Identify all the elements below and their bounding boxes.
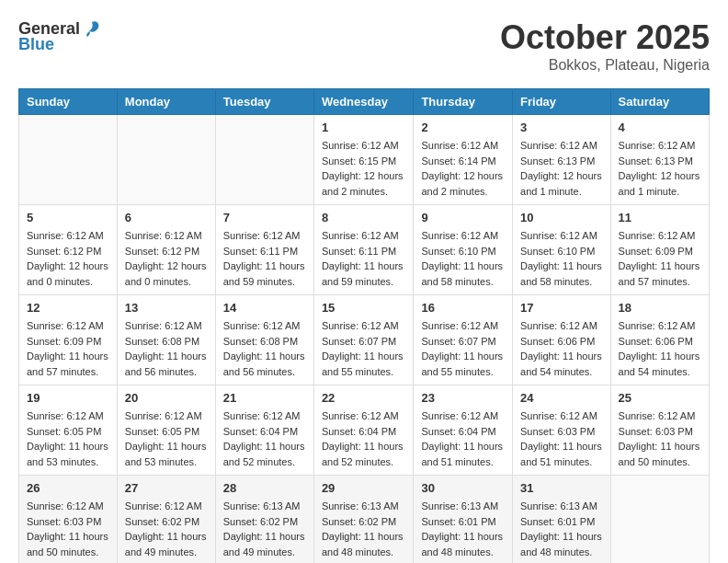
day-number: 12	[27, 301, 109, 315]
sunset-info: Sunset: 6:01 PM	[421, 516, 495, 527]
sunrise-info: Sunrise: 6:12 AM	[421, 320, 498, 331]
daylight-info: Daylight: 11 hours and 50 minutes.	[619, 441, 700, 467]
calendar-day-cell	[215, 115, 313, 205]
day-info: Sunrise: 6:12 AMSunset: 6:06 PMDaylight:…	[520, 318, 603, 379]
day-info: Sunrise: 6:12 AMSunset: 6:11 PMDaylight:…	[322, 228, 406, 289]
calendar-day-cell: 17Sunrise: 6:12 AMSunset: 6:06 PMDayligh…	[513, 295, 611, 385]
sunrise-info: Sunrise: 6:12 AM	[421, 140, 498, 151]
sunset-info: Sunset: 6:06 PM	[520, 336, 595, 347]
logo-bird-icon	[82, 18, 102, 39]
calendar-day-cell: 8Sunrise: 6:12 AMSunset: 6:11 PMDaylight…	[313, 205, 414, 295]
daylight-info: Daylight: 12 hours and 2 minutes.	[322, 170, 404, 197]
calendar-day-header: Wednesday	[313, 89, 414, 115]
daylight-info: Daylight: 11 hours and 56 minutes.	[125, 350, 207, 377]
calendar-day-cell: 16Sunrise: 6:12 AMSunset: 6:07 PMDayligh…	[414, 295, 513, 385]
calendar-day-cell: 20Sunrise: 6:12 AMSunset: 6:05 PMDayligh…	[117, 385, 215, 476]
daylight-info: Daylight: 11 hours and 48 minutes.	[322, 531, 404, 557]
calendar-day-cell: 30Sunrise: 6:13 AMSunset: 6:01 PMDayligh…	[414, 476, 513, 564]
calendar-day-cell: 5Sunrise: 6:12 AMSunset: 6:12 PMDaylight…	[19, 205, 118, 295]
day-number: 30	[421, 481, 505, 495]
sunrise-info: Sunrise: 6:12 AM	[520, 230, 597, 241]
daylight-info: Daylight: 11 hours and 53 minutes.	[27, 441, 108, 467]
sunrise-info: Sunrise: 6:12 AM	[520, 140, 597, 151]
daylight-info: Daylight: 11 hours and 49 minutes.	[223, 531, 305, 557]
sunset-info: Sunset: 6:14 PM	[421, 155, 495, 167]
sunset-info: Sunset: 6:08 PM	[125, 336, 199, 347]
sunrise-info: Sunrise: 6:12 AM	[125, 500, 202, 511]
calendar-week-row: 12Sunrise: 6:12 AMSunset: 6:09 PMDayligh…	[19, 295, 710, 385]
day-info: Sunrise: 6:12 AMSunset: 6:13 PMDaylight:…	[619, 138, 701, 199]
day-number: 31	[520, 481, 603, 495]
calendar-day-cell: 12Sunrise: 6:12 AMSunset: 6:09 PMDayligh…	[19, 295, 118, 385]
daylight-info: Daylight: 11 hours and 53 minutes.	[125, 441, 207, 467]
sunrise-info: Sunrise: 6:12 AM	[125, 320, 202, 331]
sunrise-info: Sunrise: 6:12 AM	[27, 320, 104, 331]
calendar-day-cell: 14Sunrise: 6:12 AMSunset: 6:08 PMDayligh…	[215, 295, 313, 385]
sunrise-info: Sunrise: 6:12 AM	[619, 410, 696, 421]
day-info: Sunrise: 6:13 AMSunset: 6:01 PMDaylight:…	[520, 499, 603, 559]
sunset-info: Sunset: 6:04 PM	[322, 426, 396, 437]
daylight-info: Daylight: 11 hours and 56 minutes.	[223, 350, 305, 377]
calendar-day-cell: 4Sunrise: 6:12 AMSunset: 6:13 PMDaylight…	[610, 115, 709, 205]
sunset-info: Sunset: 6:03 PM	[619, 426, 693, 437]
sunset-info: Sunset: 6:11 PM	[223, 246, 298, 257]
calendar-day-cell: 31Sunrise: 6:13 AMSunset: 6:01 PMDayligh…	[513, 476, 611, 564]
sunrise-info: Sunrise: 6:12 AM	[223, 410, 301, 421]
calendar-day-cell: 22Sunrise: 6:12 AMSunset: 6:04 PMDayligh…	[313, 385, 414, 476]
day-info: Sunrise: 6:12 AMSunset: 6:09 PMDaylight:…	[27, 318, 109, 379]
sunset-info: Sunset: 6:07 PM	[421, 336, 495, 347]
calendar-day-cell: 9Sunrise: 6:12 AMSunset: 6:10 PMDaylight…	[414, 205, 513, 295]
sunrise-info: Sunrise: 6:13 AM	[421, 500, 498, 511]
sunrise-info: Sunrise: 6:12 AM	[125, 230, 202, 241]
day-number: 9	[421, 211, 505, 224]
day-info: Sunrise: 6:12 AMSunset: 6:04 PMDaylight:…	[322, 408, 406, 469]
daylight-info: Daylight: 11 hours and 51 minutes.	[421, 441, 503, 467]
sunset-info: Sunset: 6:09 PM	[27, 336, 101, 347]
day-info: Sunrise: 6:12 AMSunset: 6:03 PMDaylight:…	[27, 499, 109, 559]
day-info: Sunrise: 6:12 AMSunset: 6:08 PMDaylight:…	[125, 318, 208, 379]
calendar-day-header: Thursday	[414, 89, 513, 115]
calendar-day-cell: 15Sunrise: 6:12 AMSunset: 6:07 PMDayligh…	[313, 295, 414, 385]
sunrise-info: Sunrise: 6:12 AM	[223, 320, 301, 331]
day-number: 15	[322, 301, 406, 315]
day-number: 7	[223, 211, 306, 224]
day-number: 20	[125, 391, 208, 405]
day-info: Sunrise: 6:12 AMSunset: 6:10 PMDaylight:…	[520, 228, 603, 289]
sunrise-info: Sunrise: 6:12 AM	[322, 140, 399, 151]
calendar-day-header: Saturday	[610, 89, 709, 115]
sunrise-info: Sunrise: 6:12 AM	[421, 410, 498, 421]
sunset-info: Sunset: 6:04 PM	[223, 426, 298, 437]
sunset-info: Sunset: 6:10 PM	[421, 246, 495, 257]
day-number: 6	[125, 211, 208, 224]
day-info: Sunrise: 6:12 AMSunset: 6:04 PMDaylight:…	[421, 408, 505, 469]
daylight-info: Daylight: 12 hours and 0 minutes.	[27, 260, 108, 287]
sunrise-info: Sunrise: 6:13 AM	[223, 500, 301, 511]
day-info: Sunrise: 6:13 AMSunset: 6:01 PMDaylight:…	[421, 499, 505, 559]
calendar-day-header: Monday	[117, 89, 215, 115]
day-number: 3	[520, 121, 603, 134]
sunset-info: Sunset: 6:13 PM	[520, 155, 595, 167]
sunrise-info: Sunrise: 6:12 AM	[27, 230, 104, 241]
day-info: Sunrise: 6:12 AMSunset: 6:02 PMDaylight:…	[125, 499, 208, 559]
daylight-info: Daylight: 11 hours and 57 minutes.	[27, 350, 108, 377]
calendar-day-cell	[19, 115, 118, 205]
sunset-info: Sunset: 6:08 PM	[223, 336, 298, 347]
day-number: 10	[520, 211, 603, 224]
daylight-info: Daylight: 11 hours and 49 minutes.	[125, 531, 207, 557]
sunrise-info: Sunrise: 6:12 AM	[125, 410, 202, 421]
sunset-info: Sunset: 6:06 PM	[619, 336, 693, 347]
daylight-info: Daylight: 11 hours and 52 minutes.	[322, 441, 404, 467]
daylight-info: Daylight: 11 hours and 51 minutes.	[520, 441, 602, 467]
sunset-info: Sunset: 6:02 PM	[125, 516, 199, 527]
calendar-day-cell: 24Sunrise: 6:12 AMSunset: 6:03 PMDayligh…	[513, 385, 611, 476]
sunrise-info: Sunrise: 6:12 AM	[520, 410, 597, 421]
calendar-day-cell: 11Sunrise: 6:12 AMSunset: 6:09 PMDayligh…	[610, 205, 709, 295]
sunset-info: Sunset: 6:05 PM	[27, 426, 101, 437]
sunrise-info: Sunrise: 6:12 AM	[322, 230, 399, 241]
calendar-day-header: Sunday	[19, 89, 118, 115]
day-info: Sunrise: 6:12 AMSunset: 6:05 PMDaylight:…	[27, 408, 109, 469]
location-text: Bokkos, Plateau, Nigeria	[500, 57, 710, 74]
sunset-info: Sunset: 6:01 PM	[520, 516, 595, 527]
sunrise-info: Sunrise: 6:12 AM	[421, 230, 498, 241]
calendar-day-cell: 2Sunrise: 6:12 AMSunset: 6:14 PMDaylight…	[414, 115, 513, 205]
